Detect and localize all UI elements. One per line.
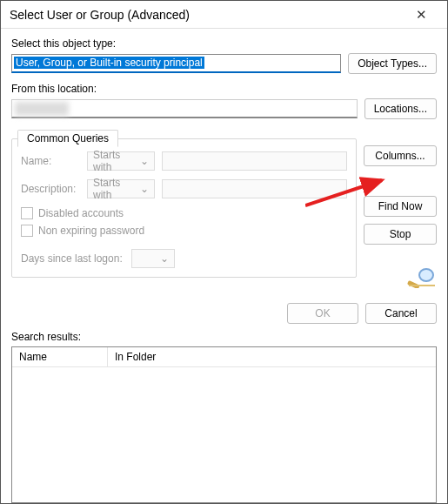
titlebar: Select User or Group (Advanced) ✕: [1, 1, 447, 29]
object-type-input[interactable]: User, Group, or Built-in security princi…: [11, 54, 341, 73]
ok-button[interactable]: OK: [287, 303, 358, 324]
location-label: From this location:: [11, 83, 437, 95]
side-buttons: Columns... Find Now Stop: [364, 145, 437, 291]
common-queries-panel: Common Queries Name: Starts with ⌄ Descr…: [11, 138, 357, 278]
chevron-down-icon: ⌄: [160, 252, 169, 265]
non-expiring-checkbox[interactable]: [21, 225, 33, 237]
non-expiring-label: Non expiring password: [38, 225, 144, 237]
name-label: Name:: [21, 155, 80, 167]
svg-rect-2: [409, 285, 435, 286]
magnifier-icon: [407, 267, 437, 291]
days-since-logon-select[interactable]: ⌄: [131, 249, 175, 268]
location-value-redacted: [15, 102, 69, 116]
disabled-accounts-label: Disabled accounts: [38, 207, 124, 219]
object-type-label: Select this object type:: [11, 37, 437, 50]
name-text-input[interactable]: [162, 151, 347, 171]
object-type-value: User, Group, or Built-in security princi…: [14, 57, 204, 69]
description-label: Description:: [21, 183, 80, 195]
search-results-label: Search results:: [1, 331, 447, 343]
results-header: Name In Folder: [12, 347, 436, 367]
find-now-button[interactable]: Find Now: [364, 196, 437, 217]
stop-button[interactable]: Stop: [364, 224, 437, 245]
days-since-logon-label: Days since last logon:: [21, 252, 123, 265]
location-input[interactable]: [11, 99, 358, 118]
column-in-folder[interactable]: In Folder: [108, 347, 436, 366]
chevron-down-icon: ⌄: [140, 183, 149, 195]
description-text-input[interactable]: [162, 179, 347, 198]
object-types-button[interactable]: Object Types...: [348, 53, 437, 74]
search-results-table: Name In Folder: [11, 346, 437, 503]
tab-common-queries[interactable]: Common Queries: [17, 130, 118, 147]
svg-point-0: [419, 269, 433, 281]
disabled-accounts-checkbox[interactable]: [21, 207, 33, 219]
name-condition-value: Starts with: [93, 149, 140, 173]
dialog-content: Select this object type: User, Group, or…: [1, 29, 447, 324]
description-condition-select[interactable]: Starts with ⌄: [87, 179, 155, 198]
locations-button[interactable]: Locations...: [364, 98, 437, 119]
close-icon[interactable]: ✕: [404, 7, 438, 23]
name-condition-select[interactable]: Starts with ⌄: [87, 151, 155, 171]
chevron-down-icon: ⌄: [140, 155, 149, 167]
column-name[interactable]: Name: [12, 347, 108, 366]
columns-button[interactable]: Columns...: [364, 145, 437, 166]
svg-rect-1: [407, 280, 420, 288]
description-condition-value: Starts with: [93, 177, 140, 201]
cancel-button[interactable]: Cancel: [365, 303, 437, 324]
window-title: Select User or Group (Advanced): [10, 8, 404, 22]
